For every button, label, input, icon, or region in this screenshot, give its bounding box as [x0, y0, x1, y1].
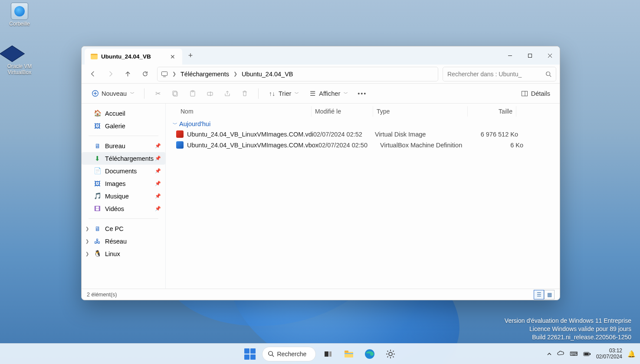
tray-overflow-button[interactable]: [547, 351, 552, 357]
desktop-icon-label: Oracle VM VirtualBox: [3, 63, 36, 75]
svg-point-6: [546, 72, 550, 75]
sidebar-item-home[interactable]: 🏠Accueil: [82, 107, 165, 120]
paste-button[interactable]: [185, 88, 200, 100]
taskbar-file-explorer[interactable]: [340, 345, 358, 363]
taskbar-search-label: Recherche: [277, 351, 307, 358]
sidebar-item-gallery[interactable]: 🖼Galerie: [82, 120, 165, 132]
folder-icon: [91, 54, 98, 59]
language-icon[interactable]: ⌨: [570, 351, 578, 357]
svg-rect-21: [325, 351, 328, 357]
view-icons-button[interactable]: ▦: [544, 290, 555, 299]
chevron-right-icon: ❯: [85, 251, 89, 256]
vdi-file-icon: [176, 130, 184, 138]
desktop-icon-recycle-bin[interactable]: Corbeille: [3, 3, 36, 27]
column-name[interactable]: Nom: [177, 106, 312, 117]
taskbar-edge[interactable]: [361, 345, 378, 363]
gallery-icon: 🖼: [94, 122, 101, 130]
breadcrumb[interactable]: ❯ Téléchargements ❯ Ubuntu_24.04_VB: [157, 67, 438, 81]
desktop-icon-virtualbox[interactable]: Oracle VM VirtualBox: [3, 45, 36, 75]
linux-icon: 🐧: [94, 250, 101, 257]
svg-point-19: [268, 351, 272, 355]
tab-current[interactable]: Ubuntu_24.04_VB ✕: [85, 49, 182, 65]
nav-forward-button[interactable]: [102, 67, 118, 81]
details-pane-button[interactable]: Détails: [517, 88, 554, 100]
battery-icon[interactable]: [583, 351, 591, 357]
copy-icon: [171, 90, 179, 98]
new-tab-button[interactable]: +: [182, 46, 199, 65]
new-button[interactable]: Nouveau ﹀: [88, 88, 138, 100]
svg-point-27: [389, 352, 392, 356]
sidebar-item-thispc[interactable]: ❯🖥Ce PC: [82, 222, 165, 235]
document-icon: 📄: [94, 167, 101, 175]
chevron-right-icon: ❯: [85, 239, 89, 244]
chevron-down-icon: ﹀: [173, 121, 177, 127]
svg-rect-1: [528, 54, 532, 57]
status-bar: 2 élément(s) ☰ ▦: [82, 289, 560, 300]
sidebar-item-videos[interactable]: 🎞Vidéos📌: [82, 202, 165, 215]
chevron-down-icon: ﹀: [130, 91, 135, 97]
delete-button[interactable]: [237, 88, 252, 100]
new-label: Nouveau: [102, 90, 127, 97]
column-size[interactable]: Taille: [468, 106, 516, 117]
chevron-right-icon: ❯: [233, 71, 237, 77]
vbox-file-icon: [176, 141, 184, 149]
nav-refresh-button[interactable]: [137, 67, 153, 81]
column-type[interactable]: Type: [373, 106, 468, 117]
close-button[interactable]: [540, 46, 560, 65]
notification-bell-icon[interactable]: 🔔: [627, 350, 636, 358]
chevron-down-icon: ﹀: [344, 91, 348, 97]
monitor-icon: [161, 71, 168, 78]
tab-title: Ubuntu_24.04_VB: [101, 53, 151, 60]
breadcrumb-segment[interactable]: Téléchargements: [181, 71, 229, 78]
sidebar-item-documents[interactable]: 📄Documents📌: [82, 165, 165, 177]
copy-button[interactable]: [168, 88, 183, 100]
svg-rect-25: [345, 353, 353, 354]
view-details-button[interactable]: ☰: [534, 290, 544, 299]
file-row[interactable]: Ubuntu_24.04_VB_LinuxVMImages.COM.vbox 0…: [166, 140, 560, 150]
sidebar-item-pictures[interactable]: 🖼Images📌: [82, 177, 165, 190]
address-bar: ❯ Téléchargements ❯ Ubuntu_24.04_VB: [82, 65, 560, 84]
maximize-button[interactable]: [520, 46, 540, 65]
videos-icon: 🎞: [94, 205, 101, 212]
group-header[interactable]: ﹀Aujourd'hui: [166, 119, 560, 129]
tab-close-button[interactable]: ✕: [169, 53, 176, 60]
share-button[interactable]: [220, 88, 235, 100]
sidebar-item-music[interactable]: 🎵Musique📌: [82, 190, 165, 202]
toolbar: Nouveau ﹀ ✂ ↑↓ Trier ﹀ ☰ Afficher ﹀ ••• …: [82, 84, 560, 104]
cut-button[interactable]: ✂: [151, 88, 165, 100]
minimize-button[interactable]: [500, 46, 520, 65]
breadcrumb-segment[interactable]: Ubuntu_24.04_VB: [242, 71, 293, 78]
search-box[interactable]: [443, 67, 556, 81]
view-button[interactable]: ☰ Afficher ﹀: [305, 88, 351, 100]
titlebar: Ubuntu_24.04_VB ✕ +: [82, 46, 560, 65]
search-icon: [545, 71, 551, 77]
more-button[interactable]: •••: [354, 88, 370, 99]
cut-icon: ✂: [154, 90, 162, 98]
sidebar-item-network[interactable]: ❯🖧Réseau: [82, 235, 165, 247]
windows-watermark: Version d'évaluation de Windows 11 Entre…: [505, 317, 631, 341]
file-row[interactable]: Ubuntu_24.04_VB_LinuxVMImages.COM.vdi 02…: [166, 129, 560, 140]
nav-back-button[interactable]: [85, 67, 101, 81]
onedrive-icon[interactable]: [557, 350, 565, 358]
view-label: Afficher: [319, 90, 340, 97]
sort-button[interactable]: ↑↓ Trier ﹀: [265, 88, 302, 100]
taskbar-search[interactable]: Recherche: [262, 347, 316, 361]
home-icon: 🏠: [94, 110, 101, 117]
more-icon: •••: [358, 90, 367, 97]
chevron-down-icon: ﹀: [295, 91, 299, 97]
start-button[interactable]: [241, 345, 259, 363]
nav-up-button[interactable]: [120, 67, 135, 81]
task-view-button[interactable]: [319, 345, 337, 363]
chevron-right-icon: ❯: [172, 71, 176, 77]
download-icon: ⬇: [94, 155, 101, 162]
sidebar-item-downloads[interactable]: ⬇Téléchargements📌: [82, 152, 165, 165]
taskbar-settings[interactable]: [382, 345, 399, 363]
search-input[interactable]: [447, 71, 542, 78]
music-icon: 🎵: [94, 192, 101, 200]
rename-icon: [206, 90, 214, 98]
sidebar-item-linux[interactable]: ❯🐧Linux: [82, 247, 165, 260]
taskbar-clock[interactable]: 03:12 02/07/2024: [596, 348, 622, 360]
column-modified[interactable]: Modifié le: [312, 106, 373, 117]
rename-button[interactable]: [203, 88, 217, 100]
sidebar-item-desktop[interactable]: 🖥Bureau📌: [82, 140, 165, 152]
